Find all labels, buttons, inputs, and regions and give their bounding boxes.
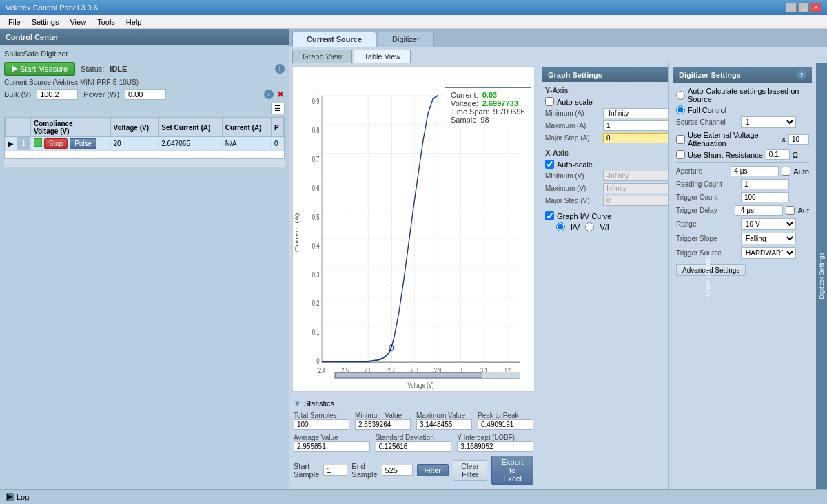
digitizer-settings-panel: Digitizer Settings ? Auto-Calculate sett…	[668, 63, 827, 489]
auto-calc-label: Auto-Calculate settings based on Source	[688, 87, 809, 103]
hamburger-button[interactable]: ☰	[271, 103, 285, 114]
trigger-source-select[interactable]: HARDWARE	[741, 247, 796, 259]
y-minimum-label: Minimum (A)	[545, 109, 600, 117]
digitizer-settings-header: Digitizer Settings ?	[673, 67, 812, 83]
close-button[interactable]: ✕	[810, 3, 821, 12]
log-bar: ▶ Log	[0, 489, 827, 504]
content-area: Current: 0.03 Voltage: 2.6997733 Time Sp…	[289, 63, 827, 489]
title-bar: Vektrex Control Panel 3.0.6 ─ □ ✕	[0, 0, 827, 15]
end-sample-input[interactable]	[382, 465, 413, 476]
sub-tab-table[interactable]: Table View	[354, 50, 411, 63]
tooltip-current-label: Current:	[451, 91, 478, 99]
digitizer-help-icon[interactable]: ?	[797, 70, 806, 80]
tab-digitizer[interactable]: Digitizer	[378, 32, 434, 47]
ext-voltage-input[interactable]	[788, 134, 809, 145]
stop-button[interactable]: Stop	[44, 138, 68, 149]
statistics-header[interactable]: ▼ Statistics	[294, 399, 533, 408]
trigger-delay-input[interactable]	[735, 205, 783, 216]
menu-file[interactable]: File	[3, 15, 26, 28]
maximize-button[interactable]: □	[798, 3, 809, 12]
aperture-auto-label: Auto	[793, 167, 809, 176]
aperture-auto-checkbox[interactable]	[782, 167, 790, 176]
horizontal-scrollbar[interactable]	[4, 158, 285, 167]
full-control-row: Full Control	[676, 105, 809, 114]
main-tab-bar: Current Source Digitizer	[289, 29, 827, 47]
trigger-delay-row: Trigger Delay Aut	[676, 205, 809, 216]
trigger-slope-select[interactable]: Falling	[741, 233, 796, 244]
menu-settings[interactable]: Settings	[26, 15, 65, 28]
vi-radio[interactable]	[585, 222, 594, 231]
bulk-info-icon[interactable]: i	[264, 90, 274, 99]
bulk-row: Bulk (V) Power (W) i ✕	[4, 89, 285, 100]
svg-text:2.4: 2.4	[318, 366, 326, 375]
green-button[interactable]	[34, 138, 42, 147]
digitizer-settings-body: Auto-Calculate settings based on Source …	[673, 83, 812, 280]
start-sample-input[interactable]	[323, 465, 347, 476]
graph-hscroll[interactable]	[334, 372, 520, 379]
menu-help[interactable]: Help	[121, 15, 147, 28]
col-p-header: P	[271, 118, 283, 137]
range-row: Range 10 V	[676, 218, 809, 230]
ohm-label: Ω	[793, 151, 798, 159]
start-sample-label: Start Sample	[294, 462, 319, 479]
range-select[interactable]: 10 V	[741, 218, 796, 230]
tooltip-current-value: 0.03	[482, 91, 497, 99]
std-dev-label: Standard Deviation	[376, 434, 452, 441]
power-input[interactable]	[125, 89, 166, 100]
row-stop-pulse: Stop Pulse	[31, 137, 111, 151]
close-icon[interactable]: ✕	[276, 89, 285, 100]
row-num: 1	[17, 137, 31, 151]
filter-button[interactable]: Filter	[417, 464, 449, 476]
shunt-checkbox[interactable]	[676, 150, 685, 159]
menu-view[interactable]: View	[64, 15, 92, 28]
ext-voltage-checkbox[interactable]	[676, 135, 685, 144]
avg-value-label: Average Value	[294, 434, 370, 441]
trigger-count-input[interactable]	[741, 192, 789, 202]
start-measure-button[interactable]: Start Measure	[4, 62, 75, 76]
y-intercept-item: Y Intercept (LOBF) 3.1689052	[457, 434, 533, 452]
menu-tools[interactable]: Tools	[92, 15, 121, 28]
max-value-label: Maximum Value	[416, 412, 472, 419]
tooltip-sample-label: Sample	[451, 116, 476, 124]
min-value-item: Minimum Value 2.6539264	[355, 412, 411, 430]
pulse-button[interactable]: Pulse	[70, 138, 96, 149]
graph-tooltip: Current: 0.03 Voltage: 2.6997733 Time Sp…	[445, 87, 531, 127]
statistics-title: Statistics	[304, 399, 334, 408]
clear-filter-button[interactable]: Clear Filter	[453, 460, 487, 481]
log-icon[interactable]: ▶	[6, 493, 14, 501]
trigger-count-row: Trigger Count	[676, 192, 809, 202]
bulk-input[interactable]	[37, 89, 78, 100]
tooltip-sample-value: 98	[480, 116, 489, 124]
min-value: 2.6539264	[355, 419, 411, 430]
reading-count-label: Reading Count	[676, 180, 738, 188]
info-icon[interactable]: i	[275, 64, 285, 74]
sub-tab-graph[interactable]: Graph View	[292, 50, 352, 63]
svg-text:0.5: 0.5	[312, 212, 320, 221]
tab-current-source[interactable]: Current Source	[292, 32, 376, 47]
x-autoscale-checkbox[interactable]	[545, 160, 554, 169]
device-title: SpikeSafe Digitizer	[4, 50, 285, 58]
full-control-radio[interactable]	[676, 105, 685, 114]
reading-count-input[interactable]	[741, 179, 789, 189]
control-panel: Control Center SpikeSafe Digitizer Start…	[0, 29, 289, 489]
total-samples-label: Total Samples	[294, 412, 349, 419]
aperture-input[interactable]	[731, 166, 779, 176]
graph-iv-checkbox[interactable]	[545, 211, 554, 220]
source-channel-label: Source Channel	[676, 118, 738, 126]
trigger-delay-auto-checkbox[interactable]	[786, 206, 795, 215]
minimize-button[interactable]: ─	[786, 3, 797, 12]
y-autoscale-checkbox[interactable]	[545, 97, 554, 106]
shunt-input[interactable]	[766, 149, 790, 160]
iv-label: I/V	[571, 223, 580, 231]
trigger-slope-row: Trigger Slope Falling	[676, 233, 809, 244]
tooltip-voltage-row: Voltage: 2.6997733	[451, 99, 525, 107]
graph-settings-panel: Graph Settings ▶ Y-Axis Auto-scale	[538, 63, 668, 489]
auto-calc-radio[interactable]	[676, 91, 685, 100]
digitizer-settings-tab[interactable]: Digitizer Settings	[816, 63, 827, 489]
x-minimum-label: Minimum (V)	[545, 172, 600, 180]
export-button[interactable]: Export to Excel	[491, 456, 533, 485]
iv-radio[interactable]	[556, 222, 565, 231]
start-measure-label: Start Measure	[20, 65, 68, 73]
source-channel-select[interactable]: 1	[741, 116, 796, 128]
bottom-controls: Start Sample End Sample Filter Clear Fil…	[294, 456, 533, 485]
